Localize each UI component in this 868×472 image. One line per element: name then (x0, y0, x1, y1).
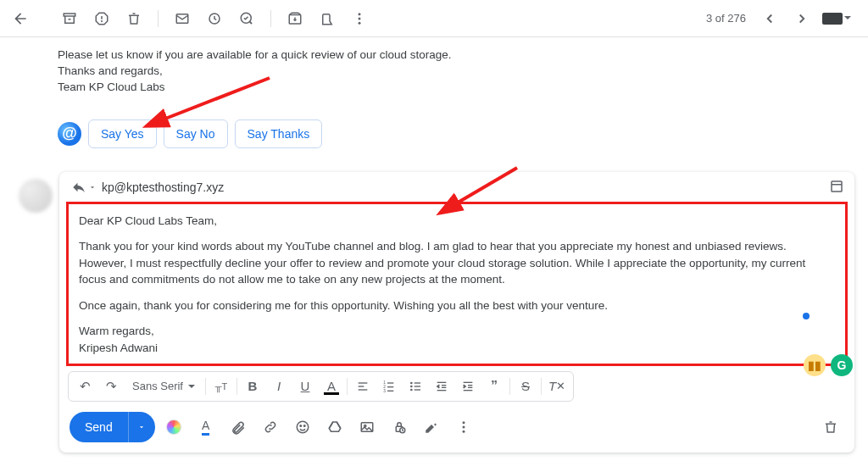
svg-point-45 (462, 425, 465, 428)
magic-compose-button[interactable] (160, 414, 187, 441)
svg-point-27 (410, 388, 413, 391)
delete-button[interactable] (119, 3, 149, 34)
compose-header: kp@kptesthosting7.xyz (59, 172, 854, 202)
align-button[interactable] (350, 374, 376, 399)
archive-button[interactable] (54, 3, 85, 34)
svg-point-3 (102, 20, 103, 21)
previous-email-body: Please let us know if you are available … (58, 47, 868, 96)
svg-point-23 (410, 381, 413, 384)
formatting-toggle[interactable]: A (192, 414, 220, 441)
mail-toolbar: 3 of 276 (0, 0, 868, 37)
redo-button[interactable]: ↷ (98, 374, 124, 399)
add-to-tasks-button[interactable] (231, 3, 262, 34)
message-area: Please let us know if you are available … (0, 37, 868, 453)
bold-button[interactable]: B (240, 374, 265, 399)
grammar-indicator (803, 313, 810, 319)
confidential-mode-button[interactable] (386, 414, 413, 441)
compose-more-button[interactable] (450, 414, 477, 441)
font-size-button[interactable]: ╥T (209, 374, 234, 399)
send-options-button[interactable] (128, 412, 155, 442)
svg-point-46 (462, 430, 465, 432)
smart-reply-no[interactable]: Say No (164, 119, 228, 148)
send-button-group: Send (70, 412, 155, 442)
strikethrough-button[interactable]: S (513, 374, 538, 399)
svg-point-38 (300, 425, 302, 426)
insert-link-button[interactable] (257, 414, 284, 441)
svg-rect-28 (415, 389, 420, 390)
indent-less-button[interactable] (429, 374, 454, 399)
svg-point-25 (410, 385, 413, 387)
extension-badge-1[interactable]: ▮▮ (804, 354, 826, 376)
report-spam-button[interactable] (86, 3, 117, 34)
smart-reply-row: @ Say Yes Say No Say Thanks (58, 119, 868, 148)
attach-button[interactable] (225, 414, 252, 441)
grammarly-badge[interactable]: G (831, 354, 853, 376)
font-select[interactable]: Sans Serif (125, 374, 203, 399)
svg-point-39 (303, 425, 305, 426)
insert-photo-button[interactable] (353, 414, 381, 441)
extension-badges: ▮▮ G (804, 354, 853, 376)
insert-emoji-button[interactable] (289, 414, 316, 441)
compose-card: kp@kptesthosting7.xyz Dear KP Cloud Labs… (59, 172, 854, 453)
svg-point-37 (297, 421, 309, 433)
undo-button[interactable]: ↶ (72, 374, 97, 399)
smart-reply-thanks[interactable]: Say Thanks (235, 119, 323, 148)
svg-rect-13 (832, 181, 842, 192)
older-button[interactable] (754, 3, 785, 34)
underline-button[interactable]: U (292, 374, 318, 399)
sender-avatar (19, 179, 53, 213)
insert-drive-button[interactable] (321, 414, 348, 441)
move-to-button[interactable] (280, 3, 310, 34)
back-button[interactable] (5, 3, 36, 34)
send-button[interactable]: Send (70, 412, 128, 442)
svg-point-10 (359, 21, 361, 24)
newer-button[interactable] (787, 3, 817, 34)
compose-body[interactable]: Dear KP Cloud Labs Team, Thank you for y… (66, 202, 848, 366)
indent-more-button[interactable] (455, 374, 481, 399)
mark-unread-button[interactable] (167, 3, 198, 34)
more-button[interactable] (344, 3, 375, 34)
input-tools[interactable] (819, 13, 854, 25)
quote-button[interactable]: ” (481, 374, 507, 399)
discard-draft-button[interactable] (817, 414, 844, 441)
svg-rect-24 (415, 382, 420, 383)
svg-rect-0 (64, 14, 75, 16)
keyboard-icon (822, 13, 843, 25)
format-toolbar: ↶ ↷ Sans Serif ╥T B I U A 123 (68, 371, 574, 402)
svg-point-44 (462, 421, 465, 424)
labels-button[interactable] (312, 3, 342, 34)
numbered-list-button[interactable]: 123 (376, 374, 402, 399)
popout-button[interactable] (829, 179, 844, 197)
to-address[interactable]: kp@kptesthosting7.xyz (102, 180, 224, 194)
compose-actions: Send A (59, 408, 854, 453)
insert-signature-button[interactable] (418, 414, 445, 441)
smart-reply-icon: @ (58, 122, 81, 146)
svg-rect-26 (415, 386, 420, 386)
svg-text:3: 3 (383, 388, 386, 392)
page-counter: 3 of 276 (706, 12, 746, 25)
bullet-list-button[interactable] (403, 374, 428, 399)
text-color-button[interactable]: A (319, 374, 344, 399)
italic-button[interactable]: I (266, 374, 292, 399)
remove-format-button[interactable]: T✕ (544, 374, 570, 399)
svg-point-9 (359, 17, 361, 19)
svg-point-8 (359, 13, 361, 15)
snooze-button[interactable] (199, 3, 230, 34)
reply-type-button[interactable] (71, 180, 97, 195)
smart-reply-yes[interactable]: Say Yes (88, 119, 157, 148)
